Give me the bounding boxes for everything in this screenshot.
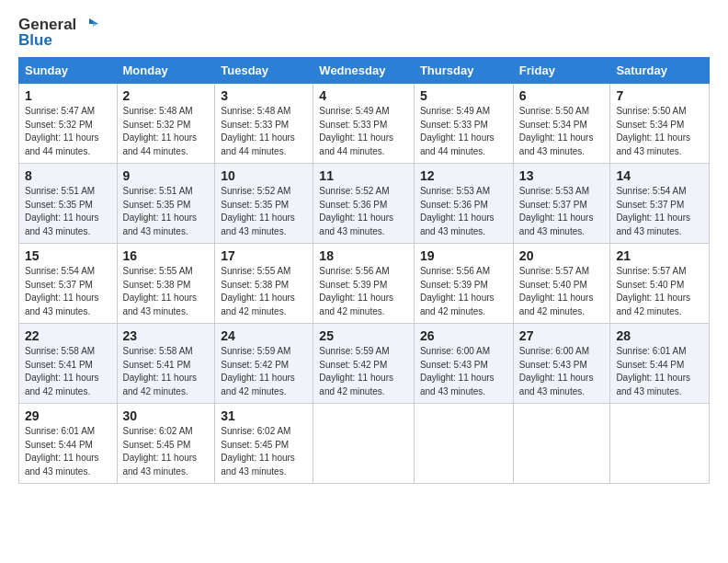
- header-day-wednesday: Wednesday: [313, 58, 415, 84]
- day-number: 4: [319, 88, 408, 103]
- day-info: Sunrise: 6:02 AMSunset: 5:45 PMDaylight:…: [123, 426, 198, 477]
- logo-text-blue: Blue: [18, 31, 52, 50]
- calendar-week-3: 15 Sunrise: 5:54 AMSunset: 5:37 PMDaylig…: [19, 244, 710, 324]
- calendar-cell: 8 Sunrise: 5:51 AMSunset: 5:35 PMDayligh…: [19, 164, 118, 244]
- day-info: Sunrise: 5:57 AMSunset: 5:40 PMDaylight:…: [616, 266, 690, 316]
- day-info: Sunrise: 5:49 AMSunset: 5:33 PMDaylight:…: [319, 106, 393, 156]
- calendar-cell: 11 Sunrise: 5:52 AMSunset: 5:36 PMDaylig…: [313, 164, 415, 244]
- calendar-week-1: 1 Sunrise: 5:47 AMSunset: 5:32 PMDayligh…: [19, 84, 710, 164]
- day-info: Sunrise: 6:01 AMSunset: 5:44 PMDaylight:…: [616, 346, 690, 396]
- calendar-cell: 31 Sunrise: 6:02 AMSunset: 5:45 PMDaylig…: [215, 404, 313, 484]
- calendar-cell: 13 Sunrise: 5:53 AMSunset: 5:37 PMDaylig…: [513, 164, 610, 244]
- calendar-cell: 21 Sunrise: 5:57 AMSunset: 5:40 PMDaylig…: [610, 244, 710, 324]
- calendar-cell: 17 Sunrise: 5:55 AMSunset: 5:38 PMDaylig…: [215, 244, 313, 324]
- day-number: 9: [123, 168, 210, 183]
- calendar-cell: 25 Sunrise: 5:59 AMSunset: 5:42 PMDaylig…: [313, 324, 415, 404]
- calendar-cell: 3 Sunrise: 5:48 AMSunset: 5:33 PMDayligh…: [215, 84, 313, 164]
- calendar-week-5: 29 Sunrise: 6:01 AMSunset: 5:44 PMDaylig…: [19, 404, 710, 484]
- day-number: 14: [616, 168, 703, 183]
- day-info: Sunrise: 5:59 AMSunset: 5:42 PMDaylight:…: [221, 346, 295, 396]
- day-info: Sunrise: 5:57 AMSunset: 5:40 PMDaylight:…: [519, 266, 594, 316]
- day-info: Sunrise: 5:52 AMSunset: 5:35 PMDaylight:…: [221, 186, 295, 236]
- day-number: 28: [616, 328, 703, 343]
- day-info: Sunrise: 6:00 AMSunset: 5:43 PMDaylight:…: [420, 346, 495, 396]
- logo-bird-icon: [78, 15, 98, 35]
- day-number: 24: [221, 328, 307, 343]
- calendar-cell: 4 Sunrise: 5:49 AMSunset: 5:33 PMDayligh…: [313, 84, 415, 164]
- calendar-cell: [313, 404, 415, 484]
- header: General Blue: [18, 15, 710, 50]
- day-info: Sunrise: 5:59 AMSunset: 5:42 PMDaylight:…: [319, 346, 393, 396]
- day-number: 3: [221, 88, 307, 103]
- day-info: Sunrise: 5:50 AMSunset: 5:34 PMDaylight:…: [616, 106, 690, 156]
- calendar-cell: [414, 404, 513, 484]
- calendar-cell: 18 Sunrise: 5:56 AMSunset: 5:39 PMDaylig…: [313, 244, 415, 324]
- day-info: Sunrise: 6:01 AMSunset: 5:44 PMDaylight:…: [25, 426, 99, 477]
- calendar-cell: 23 Sunrise: 5:58 AMSunset: 5:41 PMDaylig…: [117, 324, 215, 404]
- day-number: 27: [519, 328, 605, 343]
- day-number: 20: [519, 248, 605, 263]
- calendar-cell: 27 Sunrise: 6:00 AMSunset: 5:43 PMDaylig…: [513, 324, 610, 404]
- day-info: Sunrise: 5:58 AMSunset: 5:41 PMDaylight:…: [123, 346, 198, 396]
- day-number: 17: [221, 248, 307, 263]
- calendar-cell: 22 Sunrise: 5:58 AMSunset: 5:41 PMDaylig…: [19, 324, 118, 404]
- day-info: Sunrise: 5:51 AMSunset: 5:35 PMDaylight:…: [25, 186, 99, 236]
- calendar-table: SundayMondayTuesdayWednesdayThursdayFrid…: [18, 57, 710, 484]
- day-info: Sunrise: 6:00 AMSunset: 5:43 PMDaylight:…: [519, 346, 594, 396]
- calendar-cell: 16 Sunrise: 5:55 AMSunset: 5:38 PMDaylig…: [117, 244, 215, 324]
- header-day-friday: Friday: [513, 58, 610, 84]
- calendar-cell: 29 Sunrise: 6:01 AMSunset: 5:44 PMDaylig…: [19, 404, 118, 484]
- header-day-thursday: Thursday: [414, 58, 513, 84]
- day-number: 15: [25, 248, 111, 263]
- svg-marker-1: [93, 21, 98, 27]
- day-info: Sunrise: 5:58 AMSunset: 5:41 PMDaylight:…: [25, 346, 99, 396]
- day-number: 10: [221, 168, 307, 183]
- day-info: Sunrise: 5:56 AMSunset: 5:39 PMDaylight:…: [319, 266, 393, 316]
- day-number: 26: [420, 328, 507, 343]
- calendar-cell: 7 Sunrise: 5:50 AMSunset: 5:34 PMDayligh…: [610, 84, 710, 164]
- day-number: 25: [319, 328, 408, 343]
- day-info: Sunrise: 5:51 AMSunset: 5:35 PMDaylight:…: [123, 186, 198, 236]
- day-number: 18: [319, 248, 408, 263]
- day-info: Sunrise: 6:02 AMSunset: 5:45 PMDaylight:…: [221, 426, 295, 477]
- day-number: 8: [25, 168, 111, 183]
- day-number: 31: [221, 408, 307, 423]
- day-number: 6: [519, 88, 605, 103]
- day-info: Sunrise: 5:53 AMSunset: 5:36 PMDaylight:…: [420, 186, 495, 236]
- header-day-monday: Monday: [117, 58, 215, 84]
- day-number: 2: [123, 88, 210, 103]
- day-info: Sunrise: 5:53 AMSunset: 5:37 PMDaylight:…: [519, 186, 594, 236]
- calendar-cell: 2 Sunrise: 5:48 AMSunset: 5:32 PMDayligh…: [117, 84, 215, 164]
- calendar-cell: 30 Sunrise: 6:02 AMSunset: 5:45 PMDaylig…: [117, 404, 215, 484]
- calendar-cell: 5 Sunrise: 5:49 AMSunset: 5:33 PMDayligh…: [414, 84, 513, 164]
- calendar-cell: 28 Sunrise: 6:01 AMSunset: 5:44 PMDaylig…: [610, 324, 710, 404]
- header-day-saturday: Saturday: [610, 58, 710, 84]
- day-number: 29: [25, 408, 111, 423]
- calendar-cell: [610, 404, 710, 484]
- calendar-cell: 9 Sunrise: 5:51 AMSunset: 5:35 PMDayligh…: [117, 164, 215, 244]
- day-info: Sunrise: 5:56 AMSunset: 5:39 PMDaylight:…: [420, 266, 495, 316]
- day-number: 21: [616, 248, 703, 263]
- day-number: 1: [25, 88, 111, 103]
- day-info: Sunrise: 5:48 AMSunset: 5:32 PMDaylight:…: [123, 106, 198, 156]
- day-number: 22: [25, 328, 111, 343]
- calendar-cell: 6 Sunrise: 5:50 AMSunset: 5:34 PMDayligh…: [513, 84, 610, 164]
- calendar-cell: 26 Sunrise: 6:00 AMSunset: 5:43 PMDaylig…: [414, 324, 513, 404]
- day-info: Sunrise: 5:55 AMSunset: 5:38 PMDaylight:…: [221, 266, 295, 316]
- logo: General Blue: [18, 15, 98, 50]
- page-container: General Blue SundayMondayTuesdayWednesda…: [18, 15, 710, 484]
- day-number: 7: [616, 88, 703, 103]
- calendar-week-4: 22 Sunrise: 5:58 AMSunset: 5:41 PMDaylig…: [19, 324, 710, 404]
- day-number: 19: [420, 248, 507, 263]
- day-info: Sunrise: 5:54 AMSunset: 5:37 PMDaylight:…: [25, 266, 99, 316]
- header-day-sunday: Sunday: [19, 58, 118, 84]
- calendar-week-2: 8 Sunrise: 5:51 AMSunset: 5:35 PMDayligh…: [19, 164, 710, 244]
- calendar-cell: 1 Sunrise: 5:47 AMSunset: 5:32 PMDayligh…: [19, 84, 118, 164]
- day-number: 30: [123, 408, 210, 423]
- calendar-cell: 10 Sunrise: 5:52 AMSunset: 5:35 PMDaylig…: [215, 164, 313, 244]
- day-number: 11: [319, 168, 408, 183]
- header-day-tuesday: Tuesday: [215, 58, 313, 84]
- day-info: Sunrise: 5:54 AMSunset: 5:37 PMDaylight:…: [616, 186, 690, 236]
- header-row: SundayMondayTuesdayWednesdayThursdayFrid…: [19, 58, 710, 84]
- calendar-cell: 15 Sunrise: 5:54 AMSunset: 5:37 PMDaylig…: [19, 244, 118, 324]
